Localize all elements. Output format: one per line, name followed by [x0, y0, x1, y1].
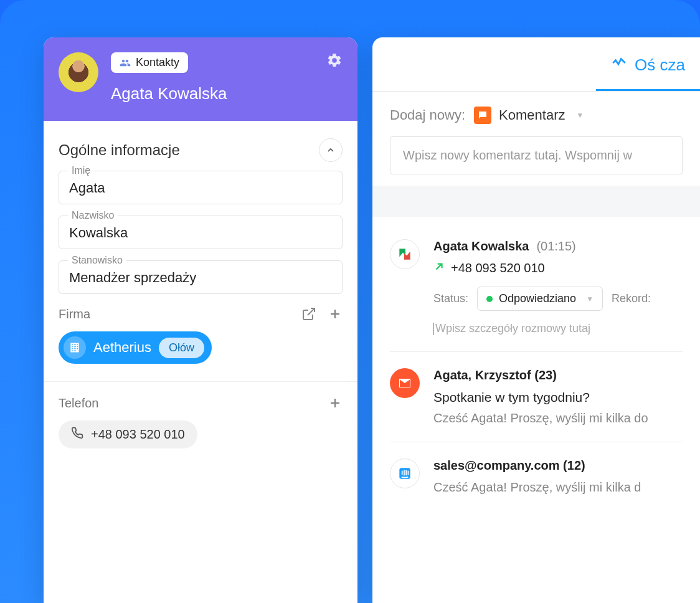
field-value: Agata [69, 180, 332, 196]
phone-number: +48 093 520 010 [91, 427, 185, 442]
activity-icon [611, 55, 627, 75]
last-name-field[interactable]: Nazwisko Kowalska [59, 216, 343, 249]
comment-input[interactable]: Wpisz nowy komentarz tutaj. Wspomnij w [390, 136, 683, 174]
avatar[interactable] [59, 52, 98, 92]
phone-icon [71, 427, 83, 442]
chat-from: sales@company.com (12) [433, 458, 585, 473]
field-value: Menadżer sprzedaży [69, 270, 332, 286]
email-participants: Agata, Krzysztof (23) [433, 368, 557, 382]
plus-icon[interactable] [328, 396, 343, 411]
company-tag: Ołów [159, 338, 204, 358]
field-value: Kowalska [69, 225, 332, 241]
add-new-label: Dodaj nowy: [390, 107, 465, 123]
record-label: Rekord: [612, 292, 651, 305]
activity-phone: +48 093 520 010 [451, 261, 545, 275]
intercom-icon [390, 458, 420, 488]
section-gap [372, 186, 700, 217]
company-chip[interactable]: Aetherius Ołów [59, 331, 212, 364]
company-name: Aetherius [93, 339, 151, 356]
collapse-button[interactable] [319, 138, 343, 162]
tab-label: Oś cza [635, 55, 685, 75]
svg-line-5 [437, 264, 442, 270]
timeline-item-email[interactable]: Agata, Krzysztof (23) Spotkanie w tym ty… [390, 352, 683, 442]
section-title-general: Ogólne informacje [59, 141, 180, 159]
timeline-panel: Oś cza Dodaj nowy: Komentarz ▼ Wpisz now… [372, 37, 700, 603]
field-label: Stanowisko [68, 255, 126, 266]
timeline-item-chat[interactable]: sales@company.com (12) Cześć Agata! Pros… [390, 442, 683, 511]
add-type-dropdown[interactable]: Komentarz ▼ [474, 107, 584, 124]
divider [44, 381, 357, 382]
tab-timeline[interactable]: Oś cza [596, 55, 700, 91]
contact-detail-panel: Kontakty Agata Kowalska Ogólne informacj… [44, 37, 357, 603]
status-dropdown[interactable]: Odpowiedziano ▼ [477, 287, 603, 311]
activity-time: (01:15) [536, 239, 575, 254]
call-app-icon [390, 239, 420, 269]
plus-icon[interactable] [328, 306, 343, 321]
status-dot-icon [486, 296, 493, 302]
mail-icon [390, 368, 420, 398]
contact-header: Kontakty Agata Kowalska [44, 37, 357, 121]
svg-line-0 [308, 308, 315, 315]
phone-label: Telefon [59, 396, 316, 411]
status-label: Status: [433, 292, 468, 305]
status-value: Odpowiedziano [499, 292, 576, 305]
activity-contact-name: Agata Kowalska [433, 239, 529, 254]
phone-chip[interactable]: +48 093 520 010 [59, 420, 197, 449]
chevron-down-icon: ▼ [586, 295, 594, 303]
contact-type-badge[interactable]: Kontakty [111, 52, 188, 73]
badge-label: Kontakty [136, 56, 179, 69]
chevron-down-icon: ▼ [576, 111, 584, 120]
open-external-icon[interactable] [301, 306, 316, 321]
email-preview: Cześć Agata! Proszę, wyślij mi kilka do [433, 411, 683, 425]
company-label: Firma [59, 307, 290, 321]
field-label: Nazwisko [68, 210, 118, 221]
email-subject: Spotkanie w tym tygodniu? [433, 390, 683, 405]
timeline-item-call[interactable]: Agata Kowalska (01:15) +48 093 520 010 S… [390, 223, 683, 352]
position-field[interactable]: Stanowisko Menadżer sprzedaży [59, 260, 343, 294]
gear-icon[interactable] [326, 52, 343, 71]
outgoing-arrow-icon [433, 261, 445, 275]
field-label: Imię [68, 165, 94, 176]
first-name-field[interactable]: Imię Agata [59, 171, 343, 204]
add-type-label: Komentarz [499, 107, 565, 123]
call-details-input[interactable]: Wpisz szczegóły rozmowy tutaj [433, 322, 683, 335]
chat-preview: Cześć Agata! Proszę, wyślij mi kilka d [433, 480, 683, 495]
comment-icon [474, 107, 491, 124]
people-icon [120, 57, 131, 69]
contact-name: Agata Kowalska [111, 84, 343, 103]
building-icon [64, 336, 86, 359]
